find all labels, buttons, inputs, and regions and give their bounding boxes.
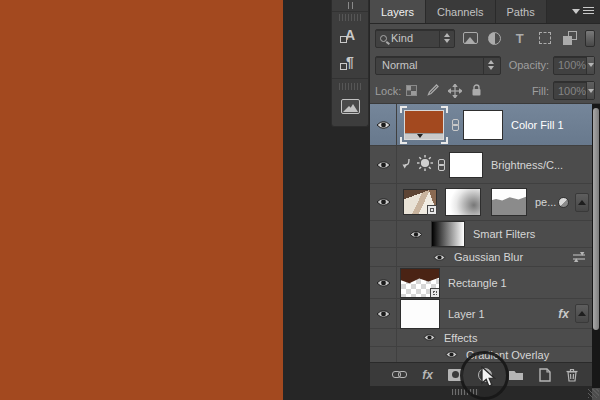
add-layer-style-icon[interactable]: fx [422, 368, 433, 382]
menu-triangle-icon [572, 9, 580, 14]
new-layer-icon[interactable] [539, 368, 551, 382]
collapse-smart-filters-button[interactable] [575, 193, 589, 212]
gaussian-blur-row[interactable]: Gaussian Blur [370, 248, 592, 267]
dock-collapse-handle[interactable] [332, 0, 368, 12]
select-arrows-icon [439, 30, 450, 47]
lock-transparency-icon[interactable] [406, 85, 417, 96]
fill-label: Fill: [532, 85, 549, 97]
tab-channels[interactable]: Channels [426, 0, 495, 23]
filter-shape-layers-icon[interactable] [535, 30, 554, 46]
filter-blending-options-icon[interactable] [572, 248, 586, 266]
image-panel-icon[interactable] [332, 90, 368, 122]
search-icon [380, 35, 387, 42]
filter-mask-thumbnail[interactable] [431, 221, 465, 247]
visibility-eye-icon[interactable] [376, 160, 391, 170]
opacity-field[interactable]: 100% [553, 56, 595, 75]
lock-position-icon[interactable] [448, 84, 462, 98]
collapse-effects-button[interactable] [575, 304, 589, 323]
paragraph-styles-icon[interactable]: ¶ [332, 48, 368, 75]
opacity-value: 100% [558, 59, 586, 71]
smart-object-badge-icon [427, 205, 437, 215]
visibility-eye-icon[interactable] [376, 120, 391, 130]
effects-row[interactable]: Effects [370, 329, 592, 347]
panel-dock: A ¶ [331, 0, 369, 127]
character-styles-icon[interactable]: A [332, 21, 368, 48]
lock-label: Lock: [375, 85, 401, 97]
mask-link-icon[interactable] [452, 119, 459, 131]
styles-square-glyph [340, 36, 347, 43]
filter-type-layers-icon[interactable]: T [510, 30, 529, 46]
tab-layers[interactable]: Layers [370, 0, 426, 23]
smart-filter-badge-icon [558, 197, 569, 208]
lock-image-icon[interactable] [426, 84, 439, 97]
shape-badge-icon [430, 288, 440, 298]
smart-filters-row[interactable]: Smart Filters [370, 221, 592, 248]
lock-all-icon[interactable] [471, 84, 482, 97]
visibility-eye-icon[interactable] [376, 309, 391, 319]
panel-tabbar: Layers Channels Paths [370, 0, 600, 24]
filter-bar: Kind T [370, 24, 600, 52]
visibility-eye-icon[interactable] [376, 278, 391, 288]
effect-name: Gradient Overlay [466, 349, 549, 361]
opacity-label: Opacity: [509, 59, 549, 71]
filter-pixel-layers-icon[interactable] [461, 30, 480, 46]
panel-scrollbar-thumb[interactable] [593, 108, 599, 330]
fill-field[interactable]: 100% [553, 81, 595, 100]
new-adjustment-layer-icon[interactable] [478, 368, 492, 382]
adjustment-mask-thumbnail[interactable] [449, 152, 483, 178]
panel-menu-button[interactable] [566, 0, 600, 23]
shape-layer-thumbnail[interactable] [400, 268, 440, 298]
link-layers-icon[interactable] [392, 371, 407, 378]
image-glyph [341, 99, 360, 114]
select-arrows-icon [483, 57, 494, 74]
visibility-eye-icon[interactable] [423, 333, 436, 342]
document-canvas[interactable] [0, 0, 283, 400]
panel-scrollbar-track[interactable] [592, 104, 600, 388]
layer-row-color-fill-1[interactable]: Color Fill 1 [370, 104, 592, 146]
add-layer-mask-icon[interactable] [448, 369, 463, 381]
layer-name: Brightness/C... [491, 159, 563, 171]
effects-label: Effects [444, 332, 477, 344]
vector-mask-thumbnail[interactable] [491, 188, 527, 216]
layer-name: Rectangle 1 [448, 277, 507, 289]
filter-adjustment-layers-icon[interactable] [485, 30, 504, 46]
layer-name: pe... [535, 196, 556, 208]
layer-mask-thumbnail[interactable] [463, 110, 503, 140]
layer-style-fx-badge[interactable]: fx [558, 307, 569, 321]
smart-object-thumbnail[interactable] [403, 189, 437, 215]
dock-grip[interactable] [339, 83, 361, 90]
visibility-eye-icon[interactable] [409, 230, 423, 239]
visibility-eye-icon[interactable] [376, 197, 391, 207]
fill-layer-thumbnail[interactable] [400, 106, 448, 144]
styles-square-glyph [340, 63, 347, 70]
filter-kind-label: Kind [391, 32, 413, 44]
panel-resize-grip[interactable] [588, 389, 599, 398]
layer-row-brightness-contrast[interactable]: Brightness/C... [370, 146, 592, 184]
layer-row-layer-1[interactable]: Layer 1 fx [370, 299, 592, 329]
layers-footer-bar: fx [370, 362, 592, 386]
layer-row-rectangle-1[interactable]: Rectangle 1 [370, 267, 592, 299]
dropdown-arrow-icon[interactable] [586, 57, 594, 74]
tab-paths[interactable]: Paths [496, 0, 547, 23]
layer-filtering-toggle[interactable] [585, 30, 595, 47]
mask-link-icon[interactable] [438, 159, 445, 171]
lock-bar: Lock: [370, 78, 600, 104]
visibility-eye-icon[interactable] [433, 253, 446, 262]
filter-smart-objects-icon[interactable] [560, 30, 579, 46]
photoshop-workspace: A ¶ Layers Channels Paths Kind [0, 0, 600, 400]
delete-layer-icon[interactable] [566, 368, 578, 382]
brightness-contrast-icon[interactable] [416, 154, 434, 176]
new-group-icon[interactable] [508, 369, 524, 381]
visibility-eye-icon[interactable] [445, 350, 458, 359]
layer-row-smart-object[interactable]: pe... [370, 184, 592, 221]
layer-mask-thumbnail[interactable] [445, 188, 481, 216]
dropdown-arrow-icon[interactable] [586, 82, 594, 99]
gradient-overlay-row[interactable]: Gradient Overlay [370, 347, 592, 362]
filter-kind-select[interactable]: Kind [375, 29, 455, 48]
dock-grip[interactable] [339, 14, 361, 21]
layer-name: Layer 1 [448, 308, 485, 320]
blend-mode-select[interactable]: Normal [375, 56, 501, 75]
fill-value: 100% [558, 85, 586, 97]
layer-thumbnail[interactable] [400, 299, 440, 329]
layers-list: Color Fill 1 [370, 104, 592, 362]
